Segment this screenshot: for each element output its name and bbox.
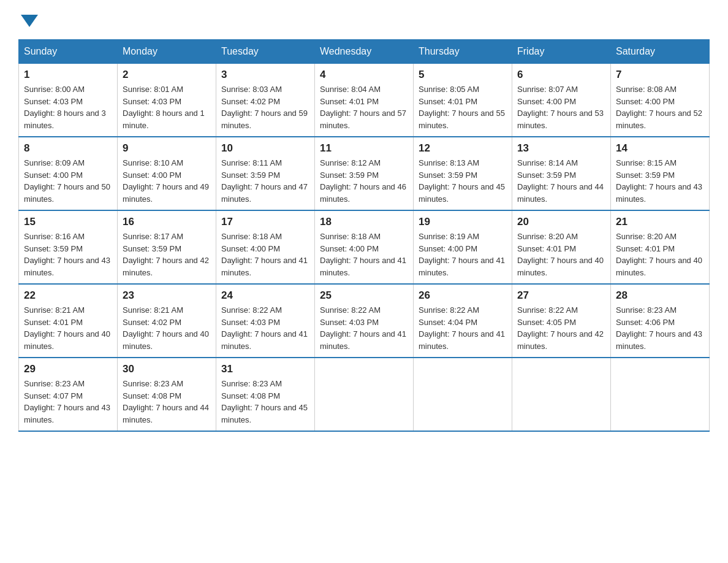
week-row-2: 8 Sunrise: 8:09 AM Sunset: 4:00 PM Dayli… [19, 137, 710, 210]
day-info: Sunrise: 8:23 AM Sunset: 4:06 PM Dayligh… [616, 304, 704, 352]
day-number: 28 [616, 289, 704, 302]
day-info: Sunrise: 8:23 AM Sunset: 4:08 PM Dayligh… [221, 378, 309, 426]
day-cell [611, 358, 710, 431]
day-number: 7 [616, 69, 704, 81]
day-cell [414, 358, 512, 431]
day-number: 20 [517, 216, 605, 228]
day-info: Sunrise: 8:00 AM Sunset: 4:03 PM Dayligh… [24, 83, 112, 131]
day-number: 15 [24, 216, 112, 228]
day-number: 1 [24, 69, 112, 81]
day-info: Sunrise: 8:13 AM Sunset: 3:59 PM Dayligh… [419, 157, 507, 205]
day-info: Sunrise: 8:05 AM Sunset: 4:01 PM Dayligh… [419, 83, 507, 131]
day-cell: 17 Sunrise: 8:18 AM Sunset: 4:00 PM Dayl… [216, 210, 315, 284]
weekday-header-thursday: Thursday [414, 40, 512, 64]
day-cell: 26 Sunrise: 8:22 AM Sunset: 4:04 PM Dayl… [414, 284, 512, 358]
day-info: Sunrise: 8:21 AM Sunset: 4:02 PM Dayligh… [123, 304, 211, 352]
day-cell: 24 Sunrise: 8:22 AM Sunset: 4:03 PM Dayl… [216, 284, 315, 358]
day-number: 6 [517, 69, 605, 81]
calendar-table: SundayMondayTuesdayWednesdayThursdayFrid… [18, 39, 710, 432]
day-cell: 15 Sunrise: 8:16 AM Sunset: 3:59 PM Dayl… [19, 210, 118, 284]
day-number: 21 [616, 216, 704, 228]
day-number: 3 [221, 69, 309, 81]
day-number: 14 [616, 142, 704, 155]
day-cell: 22 Sunrise: 8:21 AM Sunset: 4:01 PM Dayl… [19, 284, 118, 358]
day-info: Sunrise: 8:12 AM Sunset: 3:59 PM Dayligh… [320, 157, 408, 205]
day-cell: 20 Sunrise: 8:20 AM Sunset: 4:01 PM Dayl… [512, 210, 611, 284]
day-info: Sunrise: 8:07 AM Sunset: 4:00 PM Dayligh… [517, 83, 605, 131]
day-number: 30 [123, 363, 211, 375]
weekday-header-tuesday: Tuesday [216, 40, 315, 64]
day-info: Sunrise: 8:23 AM Sunset: 4:07 PM Dayligh… [24, 378, 112, 426]
day-number: 5 [419, 69, 507, 81]
day-number: 13 [517, 142, 605, 155]
day-info: Sunrise: 8:23 AM Sunset: 4:08 PM Dayligh… [123, 378, 211, 426]
day-info: Sunrise: 8:11 AM Sunset: 3:59 PM Dayligh… [221, 157, 309, 205]
day-cell: 2 Sunrise: 8:01 AM Sunset: 4:03 PM Dayli… [118, 64, 216, 137]
day-number: 27 [517, 289, 605, 302]
day-number: 26 [419, 289, 507, 302]
day-number: 8 [24, 142, 112, 155]
day-info: Sunrise: 8:16 AM Sunset: 3:59 PM Dayligh… [24, 231, 112, 278]
weekday-header-friday: Friday [512, 40, 611, 64]
day-cell: 14 Sunrise: 8:15 AM Sunset: 3:59 PM Dayl… [611, 137, 710, 210]
weekday-header-monday: Monday [118, 40, 216, 64]
day-info: Sunrise: 8:22 AM Sunset: 4:04 PM Dayligh… [419, 304, 507, 352]
day-number: 19 [419, 216, 507, 228]
day-info: Sunrise: 8:22 AM Sunset: 4:05 PM Dayligh… [517, 304, 605, 352]
day-cell: 11 Sunrise: 8:12 AM Sunset: 3:59 PM Dayl… [315, 137, 414, 210]
day-cell: 8 Sunrise: 8:09 AM Sunset: 4:00 PM Dayli… [19, 137, 118, 210]
day-number: 16 [123, 216, 211, 228]
day-cell: 4 Sunrise: 8:04 AM Sunset: 4:01 PM Dayli… [315, 64, 414, 137]
day-number: 12 [419, 142, 507, 155]
day-number: 18 [320, 216, 408, 228]
week-row-4: 22 Sunrise: 8:21 AM Sunset: 4:01 PM Dayl… [19, 284, 710, 358]
day-cell [512, 358, 611, 431]
day-cell: 16 Sunrise: 8:17 AM Sunset: 3:59 PM Dayl… [118, 210, 216, 284]
day-cell: 5 Sunrise: 8:05 AM Sunset: 4:01 PM Dayli… [414, 64, 512, 137]
day-number: 2 [123, 69, 211, 81]
day-info: Sunrise: 8:10 AM Sunset: 4:00 PM Dayligh… [123, 157, 211, 205]
page-header [18, 12, 710, 27]
day-number: 24 [221, 289, 309, 302]
day-number: 17 [221, 216, 309, 228]
day-info: Sunrise: 8:01 AM Sunset: 4:03 PM Dayligh… [123, 83, 211, 131]
weekday-header-sunday: Sunday [19, 40, 118, 64]
day-cell: 29 Sunrise: 8:23 AM Sunset: 4:07 PM Dayl… [19, 358, 118, 431]
weekday-header-row: SundayMondayTuesdayWednesdayThursdayFrid… [19, 40, 710, 64]
day-cell: 30 Sunrise: 8:23 AM Sunset: 4:08 PM Dayl… [118, 358, 216, 431]
day-info: Sunrise: 8:17 AM Sunset: 3:59 PM Dayligh… [123, 231, 211, 278]
day-number: 9 [123, 142, 211, 155]
logo [18, 12, 40, 27]
day-info: Sunrise: 8:15 AM Sunset: 3:59 PM Dayligh… [616, 157, 704, 205]
day-info: Sunrise: 8:20 AM Sunset: 4:01 PM Dayligh… [517, 231, 605, 278]
logo-triangle-icon [21, 15, 38, 27]
day-info: Sunrise: 8:04 AM Sunset: 4:01 PM Dayligh… [320, 83, 408, 131]
day-info: Sunrise: 8:22 AM Sunset: 4:03 PM Dayligh… [221, 304, 309, 352]
day-info: Sunrise: 8:18 AM Sunset: 4:00 PM Dayligh… [320, 231, 408, 278]
day-cell: 28 Sunrise: 8:23 AM Sunset: 4:06 PM Dayl… [611, 284, 710, 358]
day-cell: 13 Sunrise: 8:14 AM Sunset: 3:59 PM Dayl… [512, 137, 611, 210]
day-cell: 23 Sunrise: 8:21 AM Sunset: 4:02 PM Dayl… [118, 284, 216, 358]
day-cell: 12 Sunrise: 8:13 AM Sunset: 3:59 PM Dayl… [414, 137, 512, 210]
day-info: Sunrise: 8:09 AM Sunset: 4:00 PM Dayligh… [24, 157, 112, 205]
week-row-5: 29 Sunrise: 8:23 AM Sunset: 4:07 PM Dayl… [19, 358, 710, 431]
day-info: Sunrise: 8:14 AM Sunset: 3:59 PM Dayligh… [517, 157, 605, 205]
day-cell: 31 Sunrise: 8:23 AM Sunset: 4:08 PM Dayl… [216, 358, 315, 431]
day-info: Sunrise: 8:19 AM Sunset: 4:00 PM Dayligh… [419, 231, 507, 278]
day-info: Sunrise: 8:18 AM Sunset: 4:00 PM Dayligh… [221, 231, 309, 278]
day-number: 29 [24, 363, 112, 375]
day-cell: 1 Sunrise: 8:00 AM Sunset: 4:03 PM Dayli… [19, 64, 118, 137]
day-info: Sunrise: 8:08 AM Sunset: 4:00 PM Dayligh… [616, 83, 704, 131]
day-cell: 27 Sunrise: 8:22 AM Sunset: 4:05 PM Dayl… [512, 284, 611, 358]
day-cell: 25 Sunrise: 8:22 AM Sunset: 4:03 PM Dayl… [315, 284, 414, 358]
day-info: Sunrise: 8:20 AM Sunset: 4:01 PM Dayligh… [616, 231, 704, 278]
day-info: Sunrise: 8:03 AM Sunset: 4:02 PM Dayligh… [221, 83, 309, 131]
week-row-3: 15 Sunrise: 8:16 AM Sunset: 3:59 PM Dayl… [19, 210, 710, 284]
day-number: 25 [320, 289, 408, 302]
day-number: 22 [24, 289, 112, 302]
day-cell: 19 Sunrise: 8:19 AM Sunset: 4:00 PM Dayl… [414, 210, 512, 284]
day-number: 10 [221, 142, 309, 155]
day-cell: 7 Sunrise: 8:08 AM Sunset: 4:00 PM Dayli… [611, 64, 710, 137]
day-info: Sunrise: 8:22 AM Sunset: 4:03 PM Dayligh… [320, 304, 408, 352]
weekday-header-wednesday: Wednesday [315, 40, 414, 64]
